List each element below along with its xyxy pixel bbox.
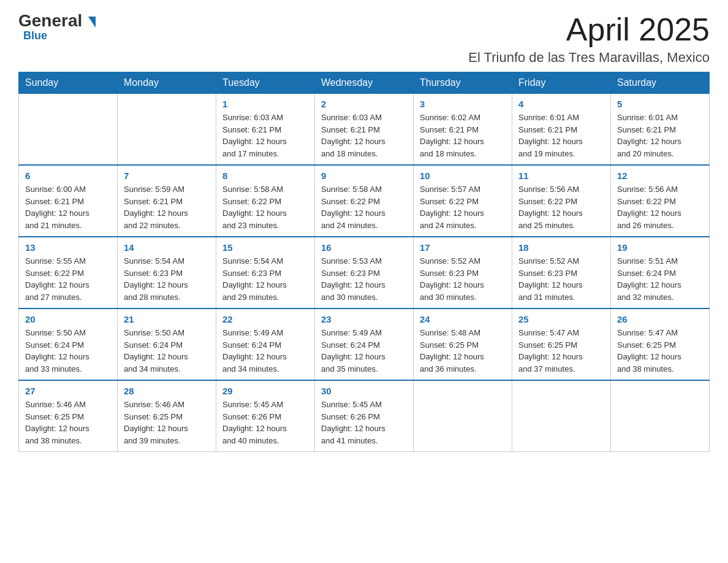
calendar-cell: 7Sunrise: 5:59 AM Sunset: 6:21 PM Daylig… [118,165,216,237]
day-info: Sunrise: 5:46 AM Sunset: 6:25 PM Dayligh… [124,399,210,446]
day-info: Sunrise: 5:47 AM Sunset: 6:25 PM Dayligh… [518,327,604,375]
calendar-cell: 17Sunrise: 5:52 AM Sunset: 6:23 PM Dayli… [414,237,512,308]
day-info: Sunrise: 6:01 AM Sunset: 6:21 PM Dayligh… [617,112,703,159]
calendar-cell: 14Sunrise: 5:54 AM Sunset: 6:23 PM Dayli… [118,237,216,308]
calendar-cell: 12Sunrise: 5:56 AM Sunset: 6:22 PM Dayli… [611,165,710,237]
day-info: Sunrise: 5:57 AM Sunset: 6:22 PM Dayligh… [420,183,506,231]
day-info: Sunrise: 5:45 AM Sunset: 6:26 PM Dayligh… [222,399,308,446]
day-info: Sunrise: 5:51 AM Sunset: 6:24 PM Dayligh… [617,255,703,303]
day-info: Sunrise: 5:45 AM Sunset: 6:26 PM Dayligh… [321,399,407,446]
day-info: Sunrise: 5:54 AM Sunset: 6:23 PM Dayligh… [124,255,210,303]
weekday-header-monday: Monday [118,72,216,94]
calendar-cell: 30Sunrise: 5:45 AM Sunset: 6:26 PM Dayli… [315,380,414,452]
day-number: 6 [25,170,111,181]
day-info: Sunrise: 5:47 AM Sunset: 6:25 PM Dayligh… [617,327,703,375]
day-number: 26 [617,314,703,324]
day-number: 27 [25,386,111,396]
day-info: Sunrise: 5:50 AM Sunset: 6:24 PM Dayligh… [25,327,111,375]
day-info: Sunrise: 5:54 AM Sunset: 6:23 PM Dayligh… [222,255,308,303]
calendar-cell: 15Sunrise: 5:54 AM Sunset: 6:23 PM Dayli… [216,237,315,308]
day-number: 20 [25,314,111,324]
day-info: Sunrise: 5:56 AM Sunset: 6:22 PM Dayligh… [518,183,604,231]
day-info: Sunrise: 5:49 AM Sunset: 6:24 PM Dayligh… [222,327,308,375]
day-number: 2 [321,99,407,109]
day-info: Sunrise: 6:03 AM Sunset: 6:21 PM Dayligh… [222,112,308,159]
day-number: 10 [420,170,506,181]
logo-blue-text: Blue [23,29,47,42]
day-number: 8 [222,170,308,181]
calendar-cell: 6Sunrise: 6:00 AM Sunset: 6:21 PM Daylig… [19,165,118,237]
day-number: 22 [222,314,308,324]
day-info: Sunrise: 5:52 AM Sunset: 6:23 PM Dayligh… [420,255,506,303]
day-info: Sunrise: 5:58 AM Sunset: 6:22 PM Dayligh… [222,183,308,231]
day-number: 24 [420,314,506,324]
day-info: Sunrise: 5:55 AM Sunset: 6:22 PM Dayligh… [25,255,111,303]
day-info: Sunrise: 5:52 AM Sunset: 6:23 PM Dayligh… [518,255,604,303]
day-info: Sunrise: 5:58 AM Sunset: 6:22 PM Dayligh… [321,183,407,231]
day-info: Sunrise: 5:46 AM Sunset: 6:25 PM Dayligh… [25,399,111,446]
day-number: 23 [321,314,407,324]
calendar-cell: 16Sunrise: 5:53 AM Sunset: 6:23 PM Dayli… [315,237,414,308]
calendar-cell: 20Sunrise: 5:50 AM Sunset: 6:24 PM Dayli… [19,308,118,380]
weekday-header-saturday: Saturday [611,72,710,94]
day-number: 17 [420,242,506,253]
calendar-cell: 27Sunrise: 5:46 AM Sunset: 6:25 PM Dayli… [19,380,118,452]
calendar-week-5: 27Sunrise: 5:46 AM Sunset: 6:25 PM Dayli… [19,380,710,452]
calendar-cell: 4Sunrise: 6:01 AM Sunset: 6:21 PM Daylig… [512,94,611,166]
weekday-header-thursday: Thursday [414,72,512,94]
calendar-cell: 2Sunrise: 6:03 AM Sunset: 6:21 PM Daylig… [315,94,414,166]
calendar-cell: 26Sunrise: 5:47 AM Sunset: 6:25 PM Dayli… [611,308,710,380]
calendar-cell: 25Sunrise: 5:47 AM Sunset: 6:25 PM Dayli… [512,308,611,380]
day-number: 29 [222,386,308,396]
day-number: 19 [617,242,703,253]
calendar-cell: 13Sunrise: 5:55 AM Sunset: 6:22 PM Dayli… [19,237,118,308]
day-info: Sunrise: 5:48 AM Sunset: 6:25 PM Dayligh… [420,327,506,375]
day-info: Sunrise: 6:00 AM Sunset: 6:21 PM Dayligh… [25,183,111,231]
day-number: 30 [321,386,407,396]
weekday-header-friday: Friday [512,72,611,94]
logo: General Blue [18,12,96,42]
day-number: 12 [617,170,703,181]
day-info: Sunrise: 5:49 AM Sunset: 6:24 PM Dayligh… [321,327,407,375]
day-number: 16 [321,242,407,253]
calendar-week-1: 1Sunrise: 6:03 AM Sunset: 6:21 PM Daylig… [19,94,710,166]
day-info: Sunrise: 5:50 AM Sunset: 6:24 PM Dayligh… [124,327,210,375]
weekday-header-sunday: Sunday [19,72,118,94]
calendar-cell: 24Sunrise: 5:48 AM Sunset: 6:25 PM Dayli… [414,308,512,380]
calendar-cell [611,380,710,452]
page-header: General Blue April 2025 El Triunfo de la… [18,12,710,66]
calendar-cell: 29Sunrise: 5:45 AM Sunset: 6:26 PM Dayli… [216,380,315,452]
calendar-table: SundayMondayTuesdayWednesdayThursdayFrid… [18,72,710,452]
calendar-cell: 9Sunrise: 5:58 AM Sunset: 6:22 PM Daylig… [315,165,414,237]
calendar-cell: 18Sunrise: 5:52 AM Sunset: 6:23 PM Dayli… [512,237,611,308]
day-number: 14 [124,242,210,253]
day-info: Sunrise: 5:53 AM Sunset: 6:23 PM Dayligh… [321,255,407,303]
calendar-cell: 3Sunrise: 6:02 AM Sunset: 6:21 PM Daylig… [414,94,512,166]
day-info: Sunrise: 5:59 AM Sunset: 6:21 PM Dayligh… [124,183,210,231]
day-info: Sunrise: 6:03 AM Sunset: 6:21 PM Dayligh… [321,112,407,159]
weekday-header-wednesday: Wednesday [315,72,414,94]
calendar-cell: 22Sunrise: 5:49 AM Sunset: 6:24 PM Dayli… [216,308,315,380]
title-block: April 2025 El Triunfo de las Tres Maravi… [468,12,710,66]
calendar-cell: 8Sunrise: 5:58 AM Sunset: 6:22 PM Daylig… [216,165,315,237]
calendar-cell: 5Sunrise: 6:01 AM Sunset: 6:21 PM Daylig… [611,94,710,166]
day-info: Sunrise: 6:02 AM Sunset: 6:21 PM Dayligh… [420,112,506,159]
day-number: 4 [518,99,604,109]
day-number: 3 [420,99,506,109]
calendar-week-3: 13Sunrise: 5:55 AM Sunset: 6:22 PM Dayli… [19,237,710,308]
calendar-cell: 19Sunrise: 5:51 AM Sunset: 6:24 PM Dayli… [611,237,710,308]
month-title: April 2025 [468,12,710,47]
day-number: 25 [518,314,604,324]
day-number: 11 [518,170,604,181]
calendar-week-4: 20Sunrise: 5:50 AM Sunset: 6:24 PM Dayli… [19,308,710,380]
day-number: 13 [25,242,111,253]
weekday-header-row: SundayMondayTuesdayWednesdayThursdayFrid… [19,72,710,94]
calendar-cell [414,380,512,452]
day-number: 9 [321,170,407,181]
calendar-cell: 11Sunrise: 5:56 AM Sunset: 6:22 PM Dayli… [512,165,611,237]
day-number: 21 [124,314,210,324]
day-number: 15 [222,242,308,253]
calendar-cell: 28Sunrise: 5:46 AM Sunset: 6:25 PM Dayli… [118,380,216,452]
calendar-cell [118,94,216,166]
calendar-cell [19,94,118,166]
